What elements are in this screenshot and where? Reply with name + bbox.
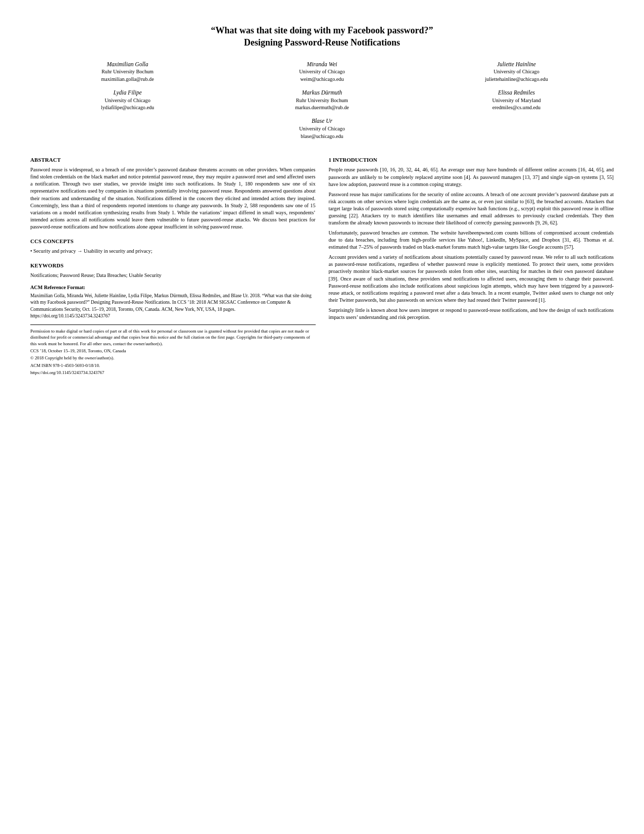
abstract-para-1: Password reuse is widespread, so a breac… (30, 166, 316, 230)
author-affil: University of Maryland (492, 97, 540, 105)
author-name: Maximilian Golla (107, 60, 148, 69)
author-email: blase@uchicago.edu (301, 133, 343, 141)
keywords-section: KEYWORDS Notifications; Password Reuse; … (30, 262, 316, 279)
author-affil: University of Chicago (105, 97, 151, 105)
author-durmuth: Markus Dürmuth Ruhr University Bochum ma… (225, 88, 419, 112)
ccs-content: • Security and privacy → Usability in se… (30, 248, 316, 255)
author-email: eredmiles@cs.umd.edu (492, 104, 540, 112)
acm-ref-body: Maximilian Golla, Miranda Wei, Juliette … (30, 293, 316, 319)
acm-ref-title: ACM Reference Format: (30, 284, 316, 291)
author-email: weim@uchicago.edu (300, 76, 343, 83)
author-name: Miranda Wei (307, 60, 337, 69)
ccs-title: CCS CONCEPTS (30, 238, 316, 245)
author-affil: University of Chicago (299, 125, 345, 133)
author-wei: Miranda Wei University of Chicago weim@u… (225, 60, 419, 83)
intro-para-2: Password reuse has major ramifications f… (329, 191, 614, 226)
intro-title: 1 INTRODUCTION (329, 156, 614, 164)
author-name: Markus Dürmuth (302, 88, 342, 97)
author-name: Lydia Filipe (113, 88, 141, 97)
author-affil: University of Chicago (299, 68, 345, 76)
author-hainline: Juliette Hainline University of Chicago … (419, 60, 614, 83)
authors-row1: Maximilian Golla Ruhr University Bochum … (30, 60, 614, 83)
intro-para-5: Surprisingly little is known about how u… (329, 307, 614, 321)
authors-row3: Blase Ur University of Chicago blase@uch… (30, 117, 614, 140)
acm-ref-section: ACM Reference Format: Maximilian Golla, … (30, 284, 316, 319)
author-name: Juliette Hainline (497, 60, 536, 69)
footer-line-2: CCS ’18, October 15–19, 2018, Toronto, O… (30, 348, 316, 354)
abstract-section: ABSTRACT Password reuse is widespread, s… (30, 156, 316, 230)
footer-line-3: © 2018 Copyright held by the owner/autho… (30, 355, 316, 361)
author-filipe: Lydia Filipe University of Chicago lydia… (30, 88, 225, 112)
two-col-layout: ABSTRACT Password reuse is widespread, s… (30, 149, 614, 377)
main-title: “What was that site doing with my Facebo… (30, 24, 614, 49)
intro-para-3: Unfortunately, password breaches are com… (329, 229, 614, 251)
introduction-section: 1 INTRODUCTION People reuse passwords [1… (329, 156, 614, 321)
intro-para-1: People reuse passwords [10, 16, 20, 32, … (329, 166, 614, 188)
footer-line-4: ACM ISBN 978-1-4503-5693-0/18/10. (30, 362, 316, 368)
author-redmiles: Elissa Redmiles University of Maryland e… (419, 88, 614, 112)
author-name: Elissa Redmiles (498, 88, 535, 97)
author-email: markus.duermuth@rub.de (295, 104, 349, 112)
abstract-title: ABSTRACT (30, 156, 316, 164)
keywords-content: Notifications; Password Reuse; Data Brea… (30, 272, 316, 279)
author-name: Blase Ur (312, 117, 332, 125)
footer-line-5: https://doi.org/10.1145/3243734.3243767 (30, 369, 316, 376)
author-ur: Blase Ur University of Chicago blase@uch… (30, 117, 614, 140)
author-email: maximilian.golla@rub.de (101, 76, 154, 83)
intro-para-4: Account providers send a variety of noti… (329, 254, 614, 304)
ccs-section: CCS CONCEPTS • Security and privacy → Us… (30, 238, 316, 255)
keywords-title: KEYWORDS (30, 262, 316, 269)
authors-row2: Lydia Filipe University of Chicago lydia… (30, 88, 614, 112)
footer-line-1: Permission to make digital or hard copie… (30, 328, 316, 347)
author-affil: Ruhr University Bochum (296, 97, 348, 105)
left-col: ABSTRACT Password reuse is widespread, s… (30, 149, 316, 377)
author-affil: Ruhr University Bochum (102, 68, 154, 76)
right-col: 1 INTRODUCTION People reuse passwords [1… (329, 149, 614, 377)
author-email: juliettehainline@uchicago.edu (485, 76, 548, 83)
author-email: lydiafilipe@uchicago.edu (101, 104, 154, 112)
footer-box: Permission to make digital or hard copie… (30, 325, 316, 376)
author-affil: University of Chicago (493, 68, 539, 76)
title-section: “What was that site doing with my Facebo… (30, 24, 614, 49)
author-golla: Maximilian Golla Ruhr University Bochum … (30, 60, 225, 83)
